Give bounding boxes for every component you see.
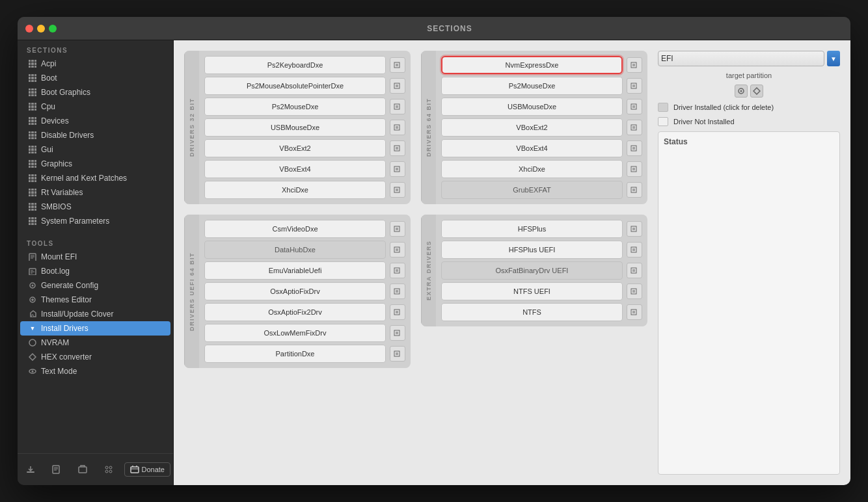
driver-info-btn[interactable] bbox=[627, 78, 642, 94]
driver-btn-nvmexpressdxe[interactable]: NvmExpressDxe bbox=[441, 56, 623, 74]
driver-btn-hfsplus-uefi[interactable]: HFSPlus UEFI bbox=[441, 241, 623, 259]
sidebar-item-install-drivers[interactable]: ▼ Install Drivers bbox=[20, 321, 170, 336]
driver-btn-osxfatbinarydrv-uefi[interactable]: OsxFatBinaryDrv UEFI bbox=[441, 261, 623, 280]
driver-btn-hfsplus[interactable]: HFSPlus bbox=[441, 220, 623, 238]
driver-btn-ntfs-uefi[interactable]: NTFS UEFI bbox=[441, 282, 623, 300]
driver-info-btn[interactable] bbox=[627, 304, 642, 320]
left-drivers-column: DRIVERS 32 BIT Ps2KeyboardDxePs2MouseAbs… bbox=[184, 51, 411, 475]
driver-info-btn[interactable] bbox=[627, 284, 642, 299]
driver-btn-datahubdxe[interactable]: DataHubDxe bbox=[204, 241, 386, 259]
driver-btn-ntfs[interactable]: NTFS bbox=[441, 303, 623, 321]
driver-info-btn[interactable] bbox=[390, 57, 405, 73]
sidebar-item-boot[interactable]: Boot bbox=[20, 71, 170, 85]
partition-icon-btn-1[interactable] bbox=[735, 85, 748, 98]
sidebar-item-kernel-kext[interactable]: Kernel and Kext Patches bbox=[20, 171, 170, 185]
svg-point-5 bbox=[29, 339, 36, 346]
driver-btn-partitiondxe[interactable]: PartitionDxe bbox=[204, 345, 386, 363]
driver-info-btn[interactable] bbox=[390, 140, 405, 156]
driver-info-btn[interactable] bbox=[390, 325, 405, 341]
driver-btn-vboxext2[interactable]: VBoxExt2 bbox=[441, 118, 623, 137]
driver-btn-ps2keyboarddxe[interactable]: Ps2KeyboardDxe bbox=[204, 56, 386, 74]
driver-info-btn[interactable] bbox=[390, 120, 405, 135]
sidebar-item-generate-config[interactable]: Generate Config bbox=[20, 278, 170, 293]
driver-btn-xhcidxe[interactable]: XhciDxe bbox=[441, 160, 623, 178]
minimize-button[interactable] bbox=[37, 25, 45, 33]
sidebar-item-nvram[interactable]: NVRAM bbox=[20, 336, 170, 350]
driver-btn-vboxext4[interactable]: VBoxExt4 bbox=[441, 139, 623, 157]
drivers-uefi64-list: CsmVideoDxeDataHubDxeEmuVariableUefiOsxA… bbox=[199, 215, 411, 368]
driver-btn-usbmousedxe[interactable]: USBMouseDxe bbox=[441, 98, 623, 116]
sidebar-item-gui[interactable]: Gui bbox=[20, 142, 170, 157]
sidebar-item-rt-variables[interactable]: Rt Variables bbox=[20, 185, 170, 200]
driver-btn-grubexfat[interactable]: GrubEXFAT bbox=[441, 181, 623, 199]
driver-info-btn[interactable] bbox=[390, 242, 405, 258]
svg-rect-39 bbox=[631, 146, 636, 151]
driver-info-btn[interactable] bbox=[627, 263, 642, 278]
svg-rect-38 bbox=[631, 125, 636, 130]
driver-btn-ps2mouseabsolutepointerdxe[interactable]: Ps2MouseAbsolutePointerDxe bbox=[204, 77, 386, 95]
driver-btn-usbmousedxe[interactable]: USBMouseDxe bbox=[204, 118, 386, 137]
driver-btn-emuvariableuefi[interactable]: EmuVariableUefi bbox=[204, 261, 386, 280]
sidebar-item-system-parameters[interactable]: System Parameters bbox=[20, 214, 170, 228]
sidebar-item-mount-efi[interactable]: Mount EFI bbox=[20, 250, 170, 264]
sidebar-item-cpu[interactable]: Cpu bbox=[20, 99, 170, 114]
driver-btn-osxlowmemfixdrv[interactable]: OsxLowMemFixDrv bbox=[204, 324, 386, 342]
driver-info-btn[interactable] bbox=[627, 221, 642, 237]
partition-icon-btn-2[interactable] bbox=[750, 85, 763, 98]
driver-btn-osxaptiofixdrv[interactable]: OsxAptioFixDrv bbox=[204, 282, 386, 300]
driver-info-btn[interactable] bbox=[390, 221, 405, 237]
driver-info-btn[interactable] bbox=[627, 120, 642, 135]
svg-point-48 bbox=[740, 90, 742, 92]
sidebar-item-themes-editor[interactable]: Themes Editor bbox=[20, 293, 170, 307]
driver-info-btn[interactable] bbox=[390, 78, 405, 94]
driver-btn-xhcidxe[interactable]: XhciDxe bbox=[204, 181, 386, 199]
sidebar-item-devices-label: Devices bbox=[41, 116, 69, 126]
sidebar-item-acpi[interactable]: Acpi bbox=[20, 57, 170, 71]
drivers-64bit-panel: DRIVERS 64 BIT NvmExpressDxePs2MouseDxeU… bbox=[421, 51, 647, 204]
partition-dropdown-arrow[interactable]: ▼ bbox=[827, 51, 840, 66]
driver-info-btn[interactable] bbox=[390, 346, 405, 362]
sidebar-item-disable-drivers[interactable]: Disable Drivers bbox=[20, 128, 170, 142]
driver-info-btn[interactable] bbox=[390, 263, 405, 278]
driver-info-btn[interactable] bbox=[627, 57, 642, 73]
partition-select[interactable]: EFI ESP Other bbox=[658, 51, 824, 66]
sidebar-item-boot-graphics[interactable]: Boot Graphics bbox=[20, 85, 170, 99]
close-button[interactable] bbox=[25, 25, 33, 33]
sidebar-bottom-btn-1[interactable] bbox=[20, 459, 41, 480]
fullscreen-button[interactable] bbox=[49, 25, 57, 33]
sidebar-item-graphics[interactable]: Graphics bbox=[20, 157, 170, 171]
sidebar-bottom-btn-4[interactable] bbox=[98, 459, 119, 480]
driver-btn-osxaptiofix2drv[interactable]: OsxAptioFix2Drv bbox=[204, 303, 386, 321]
sidebar-item-devices[interactable]: Devices bbox=[20, 114, 170, 128]
driver-info-btn[interactable] bbox=[627, 161, 642, 177]
driver-info-btn[interactable] bbox=[390, 161, 405, 177]
sidebar-item-generate-config-label: Generate Config bbox=[41, 281, 98, 290]
sidebar-item-text-mode[interactable]: Text Mode bbox=[20, 364, 170, 378]
driver-info-btn[interactable] bbox=[627, 182, 642, 198]
sidebar-item-smbios[interactable]: SMBIOS bbox=[20, 200, 170, 214]
sidebar-item-boot-graphics-label: Boot Graphics bbox=[41, 88, 90, 97]
driver-row: VBoxExt2 bbox=[204, 139, 405, 157]
driver-info-btn[interactable] bbox=[390, 182, 405, 198]
driver-btn-ps2mousedxe[interactable]: Ps2MouseDxe bbox=[204, 98, 386, 116]
driver-info-btn[interactable] bbox=[390, 99, 405, 114]
sidebar-bottom-btn-2[interactable] bbox=[46, 459, 67, 480]
sidebar-item-hex-converter[interactable]: HEX converter bbox=[20, 350, 170, 364]
donate-button[interactable]: Donate bbox=[124, 462, 170, 477]
driver-info-btn[interactable] bbox=[627, 99, 642, 114]
driver-btn-csmvideodxe[interactable]: CsmVideoDxe bbox=[204, 220, 386, 238]
driver-btn-vboxext2[interactable]: VBoxExt2 bbox=[204, 139, 386, 157]
sidebar-item-install-clover[interactable]: Install/Update Clover bbox=[20, 307, 170, 321]
sidebar-item-boot-log[interactable]: Boot.log bbox=[20, 264, 170, 278]
svg-rect-46 bbox=[631, 310, 636, 315]
driver-info-btn[interactable] bbox=[627, 140, 642, 156]
driver-btn-ps2mousedxe[interactable]: Ps2MouseDxe bbox=[441, 77, 623, 95]
svg-point-16 bbox=[105, 470, 108, 473]
svg-rect-36 bbox=[631, 83, 636, 88]
driver-info-btn[interactable] bbox=[390, 284, 405, 299]
driver-info-btn[interactable] bbox=[390, 304, 405, 320]
driver-info-btn[interactable] bbox=[627, 242, 642, 258]
driver-btn-vboxext4[interactable]: VBoxExt4 bbox=[204, 160, 386, 178]
sidebar-bottom-btn-3[interactable] bbox=[72, 459, 93, 480]
generate-config-icon bbox=[28, 281, 37, 290]
